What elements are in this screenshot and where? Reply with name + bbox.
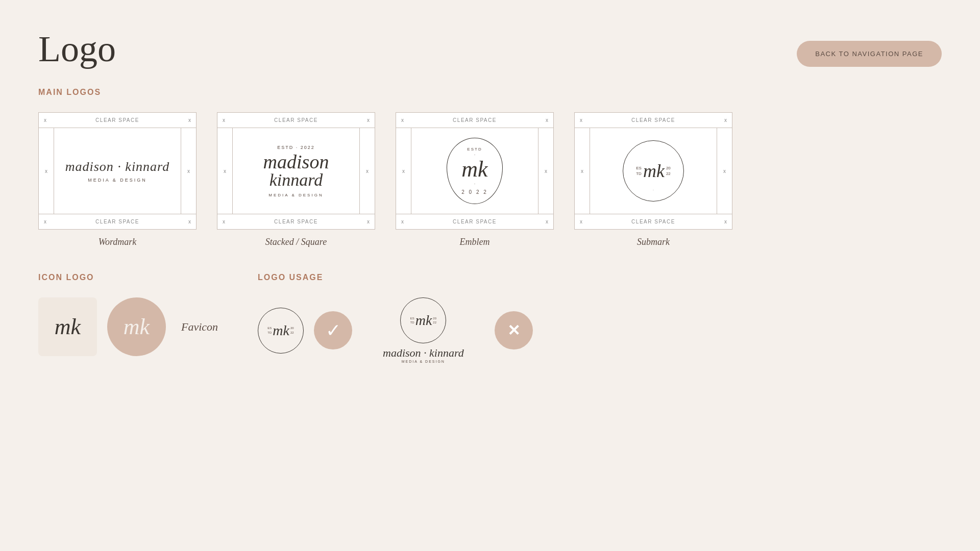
submark-left-text: ESTD (636, 165, 642, 177)
usage-inner-1: ESTD mk 2022 (267, 322, 293, 339)
icon-logo-section: ICON LOGO mk mk Favicon (38, 273, 258, 363)
wordmark-bottom-bar: x CLEAR SPACE x (39, 214, 196, 229)
wordmark-left-bar: x (39, 128, 54, 214)
stacked-box: x CLEAR SPACE x x x ESTD · 2022 madison … (217, 112, 375, 230)
wordmark-sub: MEDIA & DESIGN (88, 178, 147, 183)
emblem-mk: mk (461, 158, 487, 181)
emblem-year: 2 0 2 2 (461, 189, 488, 195)
favicon-label: Favicon (181, 320, 218, 334)
usage-item-3: ✕ (495, 311, 533, 349)
usage-right-1: 2022 (290, 326, 294, 335)
submark-box: x CLEAR SPACE x x x ESTD m (574, 112, 732, 230)
emblem-x-tr: x (546, 117, 548, 123)
emblem-x-ml: x (402, 168, 405, 174)
submark-bottom-bar: x CLEAR SPACE x (575, 214, 732, 229)
usage-submark-lg: ESTD mk 2022 (400, 297, 446, 343)
emblem-estd: ESTD (467, 147, 482, 152)
emblem-clear-space-bottom: CLEAR SPACE (404, 219, 546, 224)
usage-inner-lg: ESTD mk 2022 (410, 312, 436, 329)
wordmark-box: x CLEAR SPACE x x x madison · kinnard ME… (38, 112, 197, 230)
icon-mk-dark: mk (55, 314, 81, 340)
logo-usage-title: LOGO USAGE (258, 273, 942, 282)
wordmark-text: madison · kinnard (65, 159, 170, 174)
stacked-sub: MEDIA & DESIGN (268, 193, 323, 197)
x-circle: ✕ (495, 311, 533, 349)
header-row: Logo BACK TO NAVIGATION PAGE (38, 31, 942, 67)
emblem-top-bar: x CLEAR SPACE x (396, 113, 553, 128)
submark-x-ml: x (581, 168, 583, 174)
main-logos-title: MAIN LOGOS (38, 88, 942, 97)
main-logos-section: MAIN LOGOS x CLEAR SPACE x x x (38, 88, 942, 247)
stacked-top-bar: x CLEAR SPACE x (217, 113, 375, 128)
emblem-x-mr: x (545, 168, 547, 174)
usage-left-lg: ESTD (410, 316, 414, 325)
check-circle: ✓ (314, 311, 352, 349)
x-icon: ✕ (507, 321, 520, 339)
icon-mk-light: mk (124, 314, 150, 340)
usage-item-1: ESTD mk 2022 ✓ (258, 308, 352, 354)
submark-content: ESTD mk 2022 (636, 160, 671, 182)
submark-circle: ESTD mk 2022 · (623, 140, 684, 202)
icon-logos-row: mk mk Favicon (38, 297, 258, 356)
stacked-kinnard: kinnard (270, 171, 323, 189)
stacked-bottom-bar: x CLEAR SPACE x (217, 214, 375, 229)
stacked-madison: madison (263, 152, 329, 171)
stacked-card: x CLEAR SPACE x x x ESTD · 2022 madison … (217, 112, 375, 247)
wordmark-inner: madison · kinnard MEDIA & DESIGN (54, 128, 181, 214)
icon-circle: mk (107, 297, 166, 356)
usage-row: ESTD mk 2022 ✓ ESTD mk (258, 297, 942, 363)
submark-left-bar: x (575, 128, 590, 214)
emblem-left-bar: x (396, 128, 411, 214)
emblem-circle: ESTD · mk · 2 0 2 2 (447, 138, 503, 204)
submark-x-tr: x (724, 117, 727, 123)
check-icon: ✓ (326, 320, 341, 341)
emblem-right-bar: x (538, 128, 553, 214)
emblem-box: x CLEAR SPACE x x x ESTD · mk (396, 112, 554, 230)
wordmark-card: x CLEAR SPACE x x x madison · kinnard ME… (38, 112, 197, 247)
stacked-left-bar: x (217, 128, 233, 214)
usage-right-lg: 2022 (433, 316, 436, 325)
usage-combo: ESTD mk 2022 madison · kinnard MEDIA & D… (383, 297, 464, 363)
emblem-caption: Emblem (460, 237, 490, 247)
stacked-estd: ESTD · 2022 (277, 145, 315, 150)
nav-button[interactable]: BACK TO NAVIGATION PAGE (797, 41, 942, 67)
wordmark-clear-space-top: CLEAR SPACE (46, 117, 188, 123)
submark-top-bar: x CLEAR SPACE x (575, 113, 732, 128)
wordmark-right-bar: x (181, 128, 196, 214)
stacked-right-bar: x (359, 128, 375, 214)
stacked-clear-space-top: CLEAR SPACE (225, 117, 367, 123)
bar-x-mr: x (187, 168, 190, 174)
usage-mk-lg: mk (415, 312, 432, 329)
bar-x-ml: x (45, 168, 47, 174)
usage-submark-1: ESTD mk 2022 (258, 308, 304, 354)
submark-clear-space-top: CLEAR SPACE (582, 117, 724, 123)
submark-dot: · (653, 189, 654, 192)
usage-wordmark-sub: MEDIA & DESIGN (402, 360, 445, 363)
bottom-sections: ICON LOGO mk mk Favicon LOGO USAGE E (38, 273, 942, 363)
page-title: Logo (38, 31, 116, 67)
wordmark-caption: Wordmark (99, 237, 137, 247)
usage-left-1: ESTD (267, 326, 272, 335)
stacked-x-mr: x (366, 168, 369, 174)
submark-right-text: 2022 (666, 165, 671, 177)
submark-clear-space-bottom: CLEAR SPACE (582, 219, 724, 224)
submark-caption: Submark (637, 237, 670, 247)
stacked-x-br: x (367, 219, 370, 224)
icon-logo-title: ICON LOGO (38, 273, 258, 282)
emblem-dot-bottom: · (474, 182, 475, 186)
logo-usage-section: LOGO USAGE ESTD mk 2022 ✓ (258, 273, 942, 363)
emblem-card: x CLEAR SPACE x x x ESTD · mk (396, 112, 554, 247)
page-container: Logo BACK TO NAVIGATION PAGE MAIN LOGOS … (0, 0, 980, 394)
usage-mk-1: mk (273, 322, 289, 339)
submark-card: x CLEAR SPACE x x x ESTD m (574, 112, 732, 247)
emblem-clear-space-top: CLEAR SPACE (404, 117, 546, 123)
icon-square: mk (38, 297, 97, 356)
wordmark-top-bar: x CLEAR SPACE x (39, 113, 196, 128)
usage-wordmark: madison · kinnard (383, 346, 464, 360)
stacked-x-ml: x (224, 168, 226, 174)
emblem-inner: ESTD · mk · 2 0 2 2 (411, 128, 538, 214)
stacked-inner: ESTD · 2022 madison kinnard MEDIA & DESI… (233, 128, 359, 214)
submark-x-br: x (724, 219, 727, 224)
submark-inner: ESTD mk 2022 · (590, 128, 717, 214)
bar-x-tr: x (188, 117, 191, 123)
